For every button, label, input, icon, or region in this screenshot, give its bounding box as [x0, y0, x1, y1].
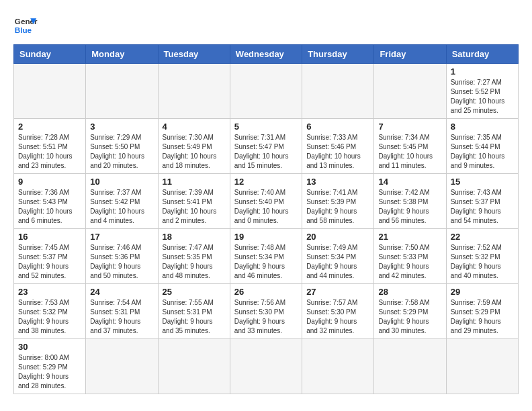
day-info: Sunrise: 7:58 AM Sunset: 5:29 PM Dayligh… — [378, 298, 441, 336]
calendar-day-cell: 21Sunrise: 7:50 AM Sunset: 5:33 PM Dayli… — [374, 229, 446, 284]
day-number: 2 — [18, 122, 81, 132]
day-info: Sunrise: 7:45 AM Sunset: 5:37 PM Dayligh… — [18, 243, 81, 281]
calendar-day-cell: 20Sunrise: 7:49 AM Sunset: 5:34 PM Dayli… — [302, 229, 374, 284]
calendar-day-cell: 10Sunrise: 7:37 AM Sunset: 5:42 PM Dayli… — [86, 174, 158, 229]
day-number: 18 — [163, 232, 226, 242]
day-info: Sunrise: 7:47 AM Sunset: 5:35 PM Dayligh… — [163, 243, 226, 281]
calendar-day-cell: 7Sunrise: 7:34 AM Sunset: 5:45 PM Daylig… — [374, 119, 446, 174]
day-info: Sunrise: 7:56 AM Sunset: 5:30 PM Dayligh… — [234, 298, 298, 336]
day-info: Sunrise: 7:36 AM Sunset: 5:43 PM Dayligh… — [18, 188, 81, 226]
day-info: Sunrise: 7:57 AM Sunset: 5:30 PM Dayligh… — [306, 298, 369, 336]
calendar-header-row: SundayMondayTuesdayWednesdayThursdayFrid… — [14, 45, 519, 64]
calendar-day-cell: 14Sunrise: 7:42 AM Sunset: 5:38 PM Dayli… — [374, 174, 446, 229]
day-number: 28 — [378, 287, 441, 297]
day-number: 21 — [378, 232, 441, 242]
calendar-day-cell — [230, 64, 302, 119]
day-number: 24 — [90, 287, 153, 297]
day-number: 8 — [451, 122, 514, 132]
day-info: Sunrise: 7:49 AM Sunset: 5:34 PM Dayligh… — [306, 243, 369, 281]
day-info: Sunrise: 7:30 AM Sunset: 5:49 PM Dayligh… — [163, 133, 226, 171]
day-number: 10 — [90, 177, 153, 187]
day-number: 7 — [378, 122, 441, 132]
day-info: Sunrise: 7:48 AM Sunset: 5:34 PM Dayligh… — [234, 243, 298, 281]
day-number: 19 — [234, 232, 298, 242]
calendar-day-cell — [302, 64, 374, 119]
day-info: Sunrise: 7:46 AM Sunset: 5:36 PM Dayligh… — [90, 243, 153, 281]
weekday-header: Monday — [86, 45, 158, 64]
day-info: Sunrise: 7:29 AM Sunset: 5:50 PM Dayligh… — [90, 133, 153, 171]
calendar-day-cell — [302, 339, 374, 394]
calendar-day-cell: 9Sunrise: 7:36 AM Sunset: 5:43 PM Daylig… — [14, 174, 86, 229]
day-info: Sunrise: 7:31 AM Sunset: 5:47 PM Dayligh… — [234, 133, 298, 171]
day-number: 16 — [18, 232, 81, 242]
day-number: 20 — [306, 232, 369, 242]
calendar-week-row: 30Sunrise: 8:00 AM Sunset: 5:29 PM Dayli… — [14, 339, 519, 394]
day-info: Sunrise: 7:27 AM Sunset: 5:52 PM Dayligh… — [451, 78, 514, 116]
day-number: 4 — [163, 122, 226, 132]
day-info: Sunrise: 7:34 AM Sunset: 5:45 PM Dayligh… — [378, 133, 441, 171]
weekday-header: Saturday — [446, 45, 518, 64]
day-info: Sunrise: 7:37 AM Sunset: 5:42 PM Dayligh… — [90, 188, 153, 226]
weekday-header: Wednesday — [230, 45, 302, 64]
day-number: 22 — [451, 232, 514, 242]
weekday-header: Friday — [374, 45, 446, 64]
day-number: 9 — [18, 177, 81, 187]
day-info: Sunrise: 7:35 AM Sunset: 5:44 PM Dayligh… — [451, 133, 514, 171]
calendar-day-cell: 29Sunrise: 7:59 AM Sunset: 5:29 PM Dayli… — [446, 284, 518, 339]
day-number: 27 — [306, 287, 369, 297]
calendar-day-cell: 30Sunrise: 8:00 AM Sunset: 5:29 PM Dayli… — [14, 339, 86, 394]
day-info: Sunrise: 7:39 AM Sunset: 5:41 PM Dayligh… — [163, 188, 226, 226]
day-number: 23 — [18, 287, 81, 297]
calendar-week-row: 23Sunrise: 7:53 AM Sunset: 5:32 PM Dayli… — [14, 284, 519, 339]
day-info: Sunrise: 8:00 AM Sunset: 5:29 PM Dayligh… — [18, 353, 81, 391]
calendar-day-cell: 13Sunrise: 7:41 AM Sunset: 5:39 PM Dayli… — [302, 174, 374, 229]
calendar-week-row: 16Sunrise: 7:45 AM Sunset: 5:37 PM Dayli… — [14, 229, 519, 284]
day-info: Sunrise: 7:54 AM Sunset: 5:31 PM Dayligh… — [90, 298, 153, 336]
calendar-day-cell: 18Sunrise: 7:47 AM Sunset: 5:35 PM Dayli… — [158, 229, 230, 284]
day-info: Sunrise: 7:53 AM Sunset: 5:32 PM Dayligh… — [18, 298, 81, 336]
calendar-day-cell: 12Sunrise: 7:40 AM Sunset: 5:40 PM Dayli… — [230, 174, 302, 229]
day-info: Sunrise: 7:42 AM Sunset: 5:38 PM Dayligh… — [378, 188, 441, 226]
day-number: 29 — [451, 287, 514, 297]
page-header: General Blue — [13, 13, 519, 38]
weekday-header: Thursday — [302, 45, 374, 64]
calendar-day-cell: 6Sunrise: 7:33 AM Sunset: 5:46 PM Daylig… — [302, 119, 374, 174]
day-number: 1 — [451, 66, 514, 77]
day-info: Sunrise: 7:50 AM Sunset: 5:33 PM Dayligh… — [378, 243, 441, 281]
day-info: Sunrise: 7:41 AM Sunset: 5:39 PM Dayligh… — [306, 188, 369, 226]
calendar-day-cell: 19Sunrise: 7:48 AM Sunset: 5:34 PM Dayli… — [230, 229, 302, 284]
day-number: 17 — [90, 232, 153, 242]
day-number: 5 — [234, 122, 298, 132]
svg-text:Blue: Blue — [15, 26, 32, 34]
day-number: 26 — [234, 287, 298, 297]
calendar-day-cell — [158, 64, 230, 119]
calendar-day-cell: 22Sunrise: 7:52 AM Sunset: 5:32 PM Dayli… — [446, 229, 518, 284]
day-info: Sunrise: 7:33 AM Sunset: 5:46 PM Dayligh… — [306, 133, 369, 171]
calendar-day-cell — [446, 339, 518, 394]
calendar-day-cell: 2Sunrise: 7:28 AM Sunset: 5:51 PM Daylig… — [14, 119, 86, 174]
weekday-header: Sunday — [14, 45, 86, 64]
calendar-day-cell: 4Sunrise: 7:30 AM Sunset: 5:49 PM Daylig… — [158, 119, 230, 174]
calendar-day-cell: 24Sunrise: 7:54 AM Sunset: 5:31 PM Dayli… — [86, 284, 158, 339]
calendar-day-cell: 28Sunrise: 7:58 AM Sunset: 5:29 PM Dayli… — [374, 284, 446, 339]
calendar-day-cell: 27Sunrise: 7:57 AM Sunset: 5:30 PM Dayli… — [302, 284, 374, 339]
logo-icon: General Blue — [13, 13, 38, 38]
day-number: 14 — [378, 177, 441, 187]
day-number: 11 — [163, 177, 226, 187]
calendar-week-row: 2Sunrise: 7:28 AM Sunset: 5:51 PM Daylig… — [14, 119, 519, 174]
calendar-day-cell — [86, 339, 158, 394]
day-number: 15 — [451, 177, 514, 187]
calendar-day-cell: 17Sunrise: 7:46 AM Sunset: 5:36 PM Dayli… — [86, 229, 158, 284]
calendar-day-cell: 26Sunrise: 7:56 AM Sunset: 5:30 PM Dayli… — [230, 284, 302, 339]
day-info: Sunrise: 7:43 AM Sunset: 5:37 PM Dayligh… — [451, 188, 514, 226]
calendar-day-cell: 8Sunrise: 7:35 AM Sunset: 5:44 PM Daylig… — [446, 119, 518, 174]
calendar-day-cell: 11Sunrise: 7:39 AM Sunset: 5:41 PM Dayli… — [158, 174, 230, 229]
weekday-header: Tuesday — [158, 45, 230, 64]
day-number: 13 — [306, 177, 369, 187]
day-number: 6 — [306, 122, 369, 132]
day-number: 25 — [163, 287, 226, 297]
calendar-day-cell: 1Sunrise: 7:27 AM Sunset: 5:52 PM Daylig… — [446, 64, 518, 119]
calendar-table: SundayMondayTuesdayWednesdayThursdayFrid… — [13, 44, 519, 394]
calendar-day-cell: 3Sunrise: 7:29 AM Sunset: 5:50 PM Daylig… — [86, 119, 158, 174]
calendar-day-cell: 15Sunrise: 7:43 AM Sunset: 5:37 PM Dayli… — [446, 174, 518, 229]
